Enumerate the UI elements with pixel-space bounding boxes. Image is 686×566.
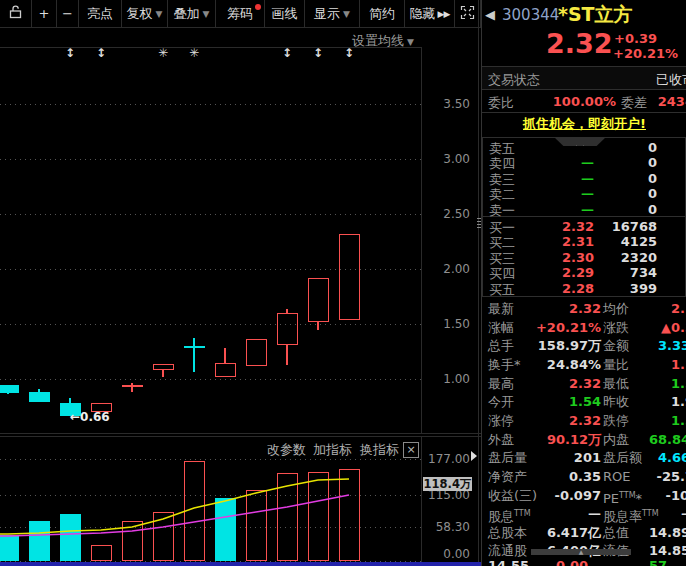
detail-value-left: 24.84% <box>518 356 601 374</box>
hide-button[interactable]: 隐藏▶▶ <box>405 0 455 27</box>
detail-value-left: 158.97万 <box>518 337 601 355</box>
price-gridline <box>0 159 421 160</box>
simple-mode-label: 简约 <box>369 5 395 23</box>
panel-collapse-handle[interactable]: ▲ <box>531 549 631 555</box>
splitter-grip-icon[interactable] <box>477 218 481 230</box>
chips-button[interactable]: 筹码 <box>216 0 265 27</box>
detail-label-left: 总手 <box>488 337 514 355</box>
candlestick-up <box>215 363 236 377</box>
watchlist-partial-vol: 57 <box>649 558 667 566</box>
latest-volume-badge: 118.4万 <box>423 477 472 491</box>
lock-button[interactable] <box>0 0 32 27</box>
event-arrow-icon[interactable]: ↕ <box>91 46 111 60</box>
adjust-rights-button[interactable]: 复权▼ <box>122 0 168 27</box>
chevron-down-icon: ▼ <box>343 9 350 19</box>
hide-label: 隐藏 <box>410 5 436 23</box>
ma-settings-label: 设置均线 <box>352 33 404 48</box>
lock-icon <box>9 5 22 22</box>
candlestick-chart-area[interactable]: 设置均线▼ 3.503.002.502.001.501.00 ↕↕✳✳↕↕↕ ←… <box>0 28 481 433</box>
volume-indicator-pane[interactable]: 改参数 加指标 换指标 × 177.00115.0058.300.00 118.… <box>0 437 481 562</box>
detail-value-right: 1.54 <box>601 412 686 430</box>
price-axis-tick-label: 1.00 <box>425 372 470 386</box>
event-asterisk-icon[interactable]: ✳ <box>184 46 204 60</box>
zoom-in-button[interactable]: + <box>32 0 57 27</box>
price-axis-tick-label: 2.50 <box>425 207 470 221</box>
detail-value-left: +20.21% <box>518 319 601 337</box>
quote-detail-grid: 最新2.32均价2.10涨幅+20.21%涨跌▲0.39总手158.97万金额3… <box>482 0 686 566</box>
low-price-annotation: ←0.66 <box>70 410 110 424</box>
zoom-in-label: + <box>39 6 50 21</box>
bottom-scroll-strip[interactable] <box>0 562 481 566</box>
chevron-down-icon: ▼ <box>407 37 414 47</box>
detail-label-left: 涨停 <box>488 412 514 430</box>
detail-row: 最高2.32最低1.54 <box>482 375 686 393</box>
volume-ma-lines <box>0 437 481 562</box>
candle-lower-wick <box>286 345 288 365</box>
detail-row: 最新2.32均价2.10 <box>482 300 686 318</box>
price-axis-tick-label: 3.00 <box>425 152 470 166</box>
chart-toolbar: +−亮点复权▼叠加▼筹码画线显示▼简约隐藏▶▶ <box>0 0 481 28</box>
detail-value-left: 6.417亿 <box>518 524 601 542</box>
highlight-label: 亮点 <box>87 5 113 23</box>
detail-label-left: 换手* <box>488 356 521 374</box>
detail-value-left: — <box>518 505 601 523</box>
detail-row: 盘后量201盘后额4.66万 <box>482 449 686 467</box>
candlestick-up <box>277 313 298 345</box>
price-gridline <box>0 324 421 325</box>
watchlist-partial-value: 14.55 <box>488 558 529 566</box>
price-axis-line <box>421 47 422 433</box>
candle-upper-wick <box>224 348 226 363</box>
detail-value-right: -25.73 <box>601 468 686 486</box>
detail-value-left: 0.35 <box>518 468 601 486</box>
price-axis-tick-label: 3.50 <box>425 97 470 111</box>
detail-value-right: -10.9 <box>601 487 686 505</box>
detail-label-left: 最新 <box>488 300 514 318</box>
event-arrow-icon[interactable]: ↕ <box>277 46 297 60</box>
candle-lower-wick <box>317 322 319 330</box>
detail-value-left: 2.32 <box>518 412 601 430</box>
zoom-out-button[interactable]: − <box>57 0 79 27</box>
candlestick-up <box>308 278 329 322</box>
detail-row: 总股本6.417亿总值14.89亿 <box>482 524 686 542</box>
detail-row: 总手158.97万金额3.33亿 <box>482 337 686 355</box>
notification-dot <box>255 4 261 10</box>
detail-value-right: 1.10 <box>601 356 686 374</box>
overlay-button[interactable]: 叠加▼ <box>168 0 216 27</box>
display-button[interactable]: 显示▼ <box>305 0 360 27</box>
draw-line-label: 画线 <box>272 5 298 23</box>
candlestick-down <box>29 392 50 402</box>
detail-value-left: 201 <box>518 449 601 467</box>
candle-lower-wick <box>162 370 164 377</box>
candlestick-down <box>184 346 205 348</box>
splitter-arrow-icon[interactable] <box>471 451 477 461</box>
quote-panel: ◀ 300344 *ST立方 2.32 +0.39 +20.21% 交易状态 已… <box>481 0 686 566</box>
detail-row: 净资产0.35ROE-25.73 <box>482 468 686 486</box>
detail-value-right: 14.89亿 <box>601 524 686 542</box>
candle-lower-wick <box>7 393 9 394</box>
fullscreen-icon <box>460 5 475 23</box>
candlestick-up <box>153 364 174 370</box>
detail-row: 今开1.54昨收1.93 <box>482 393 686 411</box>
detail-row: 收益(三)-0.097PETTM*-10.9 <box>482 487 686 505</box>
price-gridline <box>0 214 421 215</box>
detail-row: 换手*24.84%量比1.10 <box>482 356 686 374</box>
event-arrow-icon[interactable]: ↕ <box>308 46 328 60</box>
detail-value-right: 68.84万 <box>601 431 686 449</box>
draw-line-button[interactable]: 画线 <box>265 0 305 27</box>
event-arrow-icon[interactable]: ↕ <box>60 46 80 60</box>
detail-value-right: 2.10 <box>601 300 686 318</box>
event-asterisk-icon[interactable]: ✳ <box>153 46 173 60</box>
candle-lower-wick <box>131 387 133 392</box>
candle-upper-wick <box>193 338 195 346</box>
detail-value-left: 2.32 <box>518 300 601 318</box>
candlestick-up <box>339 234 360 320</box>
simple-mode-button[interactable]: 简约 <box>360 0 405 27</box>
double-arrow-icon: ▶▶ <box>438 9 450 19</box>
highlight-button[interactable]: 亮点 <box>79 0 122 27</box>
adjust-rights-label: 复权 <box>127 5 153 23</box>
detail-label-left: 涨幅 <box>488 319 514 337</box>
price-gridline <box>0 104 421 105</box>
overlay-label: 叠加 <box>174 5 200 23</box>
event-arrow-icon[interactable]: ↕ <box>339 46 359 60</box>
detail-value-right: 4.66万 <box>601 449 686 467</box>
